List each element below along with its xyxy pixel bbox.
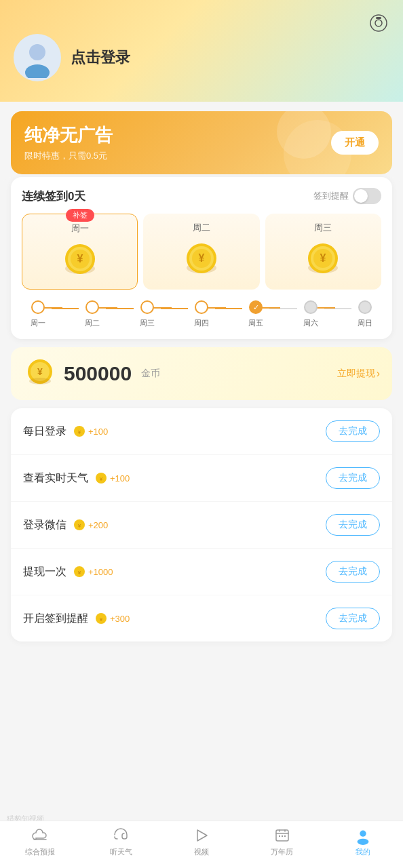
user-row[interactable]: 点击登录 — [14, 34, 389, 81]
svg-point-23 — [29, 378, 51, 384]
camera-icon[interactable] — [368, 12, 389, 34]
day-label-2: 周三 — [271, 222, 376, 234]
reward-coin-icon-4: ¥ — [95, 612, 107, 625]
reward-text-1: +100 — [110, 473, 130, 484]
reward-text-3: +1000 — [88, 567, 113, 577]
progress-label-fri: 周五 — [248, 318, 263, 328]
reward-coin-icon-2: ¥ — [73, 519, 85, 531]
svg-text:¥: ¥ — [77, 253, 83, 264]
day-cards: 补签 周一 ¥ 周二 ¥ — [22, 214, 381, 290]
task-btn-2[interactable]: 去完成 — [326, 514, 380, 536]
progress-label-tue: 周二 — [85, 318, 100, 328]
svg-rect-36 — [279, 835, 280, 837]
vip-title: 纯净无广告 — [24, 123, 113, 147]
coins-amount: 500000 — [64, 362, 132, 385]
task-item-1: 查看实时天气 ¥ +100 去完成 — [11, 455, 392, 502]
task-name-4: 开启签到提醒 — [23, 612, 88, 626]
vip-subtitle: 限时特惠，只需0.5元 — [24, 150, 113, 162]
nav-item-mine[interactable]: 我的 — [322, 827, 403, 857]
svg-text:¥: ¥ — [77, 570, 81, 576]
coins-row: ¥ 500000 金币 立即提现 › — [11, 347, 392, 400]
task-item-3: 提现一次 ¥ +1000 去完成 — [11, 549, 392, 595]
task-reward-4: ¥ +300 — [95, 612, 130, 625]
svg-point-40 — [357, 839, 368, 845]
dot-fri: ✓ — [249, 300, 263, 314]
progress-label-thu: 周四 — [194, 318, 209, 328]
dot-tue — [85, 300, 99, 314]
progress-label-wed: 周三 — [140, 318, 155, 328]
task-item-0: 每日登录 ¥ +100 去完成 — [11, 408, 392, 455]
task-reward-0: ¥ +100 — [73, 425, 108, 437]
nav-item-calendar[interactable]: 万年历 — [242, 827, 322, 857]
progress-label-mon: 周一 — [31, 318, 45, 328]
vip-open-button[interactable]: 开通 — [331, 131, 379, 155]
nav-mine-icon — [354, 827, 372, 844]
task-reward-2: ¥ +200 — [73, 519, 108, 531]
nav-item-weather[interactable]: 综合预报 — [0, 827, 81, 857]
makeup-badge: 补签 — [66, 209, 94, 222]
progress-thu: 周四 — [188, 300, 215, 328]
nav-listen-icon — [112, 827, 130, 844]
nav-item-video[interactable]: 视频 — [161, 827, 242, 857]
task-list: 每日登录 ¥ +100 去完成 查看实时天气 ¥ +100 去完成 — [11, 408, 392, 642]
withdraw-text: 立即提现 — [337, 368, 375, 380]
nav-label-2: 视频 — [194, 847, 209, 857]
progress-fri: ✓ 周五 — [242, 300, 269, 328]
svg-text:¥: ¥ — [77, 523, 81, 529]
svg-point-4 — [25, 64, 50, 78]
main-content: 连续签到0天 签到提醒 补签 周一 ¥ 周二 — [0, 177, 403, 696]
progress-row: 周一 周二 周三 周四 ✓ 周五 — [22, 300, 381, 328]
reminder-label: 签到提醒 — [313, 190, 349, 202]
reward-coin-icon-0: ¥ — [73, 425, 85, 437]
dot-sun — [358, 300, 372, 314]
reminder-toggle[interactable] — [353, 188, 381, 204]
vip-left: 纯净无广告 限时特惠，只需0.5元 — [24, 123, 113, 162]
login-text[interactable]: 点击登录 — [71, 47, 130, 68]
svg-text:¥: ¥ — [77, 429, 81, 435]
nav-weather-icon — [31, 827, 49, 844]
progress-label-sun: 周日 — [358, 318, 372, 328]
reward-coin-icon-3: ¥ — [73, 566, 85, 578]
svg-rect-38 — [284, 835, 286, 837]
progress-tue: 周二 — [79, 300, 106, 328]
progress-label-sat: 周六 — [303, 318, 318, 328]
task-reward-3: ¥ +1000 — [73, 566, 113, 578]
progress-sat: 周六 — [297, 300, 324, 328]
day-label-1: 周二 — [149, 222, 254, 234]
day-card-2[interactable]: 周三 ¥ — [265, 214, 381, 290]
progress-wed: 周三 — [134, 300, 161, 328]
avatar[interactable] — [14, 34, 61, 81]
nav-item-listen[interactable]: 听天气 — [81, 827, 161, 857]
svg-text:¥: ¥ — [37, 366, 43, 377]
svg-rect-2 — [376, 17, 381, 19]
nav-label-1: 听天气 — [110, 847, 132, 857]
nav-video-icon — [193, 827, 210, 844]
day-card-1[interactable]: 周二 ¥ — [143, 214, 259, 290]
dot-sat — [304, 300, 318, 314]
signin-card: 连续签到0天 签到提醒 补签 周一 ¥ 周二 — [11, 177, 392, 339]
signin-title: 连续签到0天 — [22, 189, 85, 204]
svg-text:¥: ¥ — [99, 616, 103, 623]
reward-text-2: +200 — [88, 520, 108, 530]
big-coin-icon: ¥ — [23, 357, 57, 391]
svg-point-39 — [360, 831, 366, 837]
coins-unit: 金币 — [141, 368, 160, 380]
day-card-0[interactable]: 补签 周一 ¥ — [22, 214, 138, 290]
task-btn-0[interactable]: 去完成 — [326, 420, 380, 442]
task-btn-1[interactable]: 去完成 — [326, 467, 380, 489]
task-btn-3[interactable]: 去完成 — [326, 561, 380, 583]
vip-banner[interactable]: 纯净无广告 限时特惠，只需0.5元 开通 — [11, 111, 392, 174]
task-name-3: 提现一次 — [23, 565, 66, 579]
withdraw-link[interactable]: 立即提现 › — [337, 368, 380, 380]
task-name-2: 登录微信 — [23, 518, 66, 532]
svg-point-1 — [375, 20, 382, 26]
svg-text:¥: ¥ — [320, 252, 326, 264]
nav-label-4: 我的 — [356, 847, 370, 857]
task-btn-4[interactable]: 去完成 — [326, 608, 380, 629]
task-item-4: 开启签到提醒 ¥ +300 去完成 — [11, 595, 392, 642]
task-name-1: 查看实时天气 — [23, 471, 88, 486]
nav-calendar-icon — [273, 827, 291, 844]
dot-thu — [195, 300, 208, 314]
task-name-0: 每日登录 — [23, 425, 66, 439]
dot-mon — [31, 300, 45, 314]
